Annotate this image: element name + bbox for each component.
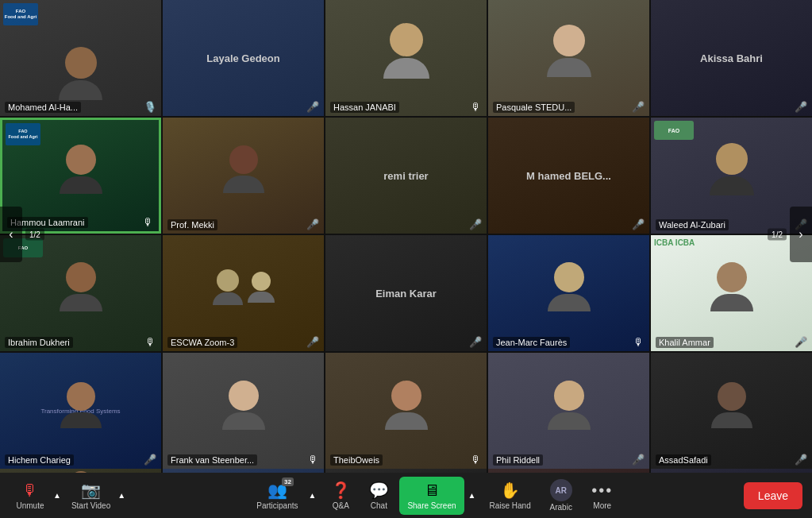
participant-name-4: Pasquale STEDU... (493, 102, 575, 113)
mic-status-15: 🎤 (795, 335, 807, 348)
participants-badge: 32 (282, 477, 294, 486)
share-screen-icon: 🖥 (424, 481, 440, 500)
video-tile-18: TheibOweis 🎙 (325, 353, 487, 469)
chat-btn[interactable]: 💬 Chat (361, 477, 396, 513)
video-tile-20: AssadSafadi 🎤 (651, 353, 812, 469)
participant-name-10: Waleed Al-Zubari (656, 219, 729, 230)
mic-status-14: 🎙 (632, 335, 645, 348)
nav-arrow-right[interactable]: › (790, 207, 812, 262)
mic-status-8: 🎤 (469, 218, 482, 230)
video-tile-3: Hassan JANABI 🎙 (325, 0, 487, 116)
participant-name-14: Jean-Marc Faurès (493, 337, 570, 348)
video-tile-10: FAO Waleed Al-Zubari 🎤 (651, 118, 812, 234)
video-tile-11: FAO Ibrahim Dukheri 🎙 (0, 235, 161, 351)
qa-label: Q&A (333, 501, 349, 510)
mic-status-13: 🎤 (469, 335, 482, 348)
start-video-label: Start Video (71, 501, 110, 510)
video-tile-4: Pasquale STEDU... 🎤 (488, 0, 649, 116)
participant-name-only-9: M hamed BELG... (520, 170, 618, 182)
mic-status-9: 🎤 (632, 218, 645, 230)
video-tile-19: Phil Riddell 🎤 (488, 353, 649, 469)
video-caret[interactable]: ▲ (117, 489, 126, 501)
page-indicator-left: 1/2 (25, 229, 44, 241)
unmute-btn[interactable]: 🎙 Unmute (10, 478, 51, 513)
more-icon: ••• (591, 481, 613, 500)
mic-status-7: 🎤 (306, 218, 319, 230)
mic-status-4: 🎤 (632, 100, 645, 113)
toolbar-center: 👥 32 Participants ▲ ❓ Q&A 💬 Chat 🖥 Share… (250, 476, 619, 515)
share-screen-caret[interactable]: ▲ (468, 489, 477, 501)
chat-label: Chat (371, 501, 387, 510)
participants-caret[interactable]: ▲ (307, 489, 317, 501)
participant-name-12: ESCWA Zoom-3 (167, 337, 237, 348)
more-btn[interactable]: ••• More (585, 478, 620, 513)
participants-icon: 👥 32 (267, 481, 287, 500)
video-tile-8: remi trier 🎤 (325, 118, 487, 234)
page-indicator-right: 1/2 (768, 229, 787, 241)
video-tile-13: Eiman Karar 🎤 (325, 235, 487, 351)
unmute-caret[interactable]: ▲ (52, 489, 62, 501)
participant-name-19: Phil Riddell (493, 454, 543, 466)
video-tile-2: Layale Gedeon 🎤 (163, 0, 324, 116)
video-tile-17: Frank van Steenber... 🎙 (163, 353, 324, 469)
video-tile-7: Prof. Mekki 🎤 (163, 118, 324, 234)
video-tile-15: ICBA ICBA Khalil Ammar 🎤 (651, 235, 812, 351)
participant-name-20: AssadSafadi (656, 454, 711, 466)
mic-status-12: 🎤 (306, 335, 319, 348)
video-tile-5: Akissa Bahri 🎤 (651, 0, 812, 116)
video-tile-9: M hamed BELG... 🎤 (488, 118, 649, 234)
mic-status-1: 🎙️ (144, 100, 156, 113)
unmute-icon: 🎙 (22, 481, 38, 500)
more-label: More (593, 501, 611, 510)
mic-status-6: 🎙 (141, 215, 154, 228)
mic-status-16: 🎤 (144, 453, 156, 466)
participants-label: Participants (256, 501, 298, 510)
mic-status-5: 🎤 (795, 100, 807, 113)
leave-btn[interactable]: Leave (744, 482, 802, 509)
participant-name-3: Hassan JANABI (330, 102, 399, 113)
qa-btn[interactable]: ❓ Q&A (323, 477, 358, 513)
share-screen-btn[interactable]: 🖥 Share Screen (399, 477, 464, 515)
participant-name-15: Khalil Ammar (656, 337, 714, 348)
participant-name-only-5: Akissa Bahri (694, 52, 769, 64)
start-video-btn[interactable]: 📷 Start Video (67, 477, 115, 513)
qa-icon: ❓ (331, 481, 351, 500)
nav-arrow-left[interactable]: ‹ (0, 207, 22, 262)
video-tile-1: FAOFood and Agri Mohamed Al-Ha... 🎙️ (0, 0, 161, 116)
participant-name-only-8: remi trier (377, 170, 434, 182)
arabic-icon: AR (550, 479, 572, 501)
unmute-label: Unmute (16, 501, 44, 510)
participant-name-7: Prof. Mekki (167, 219, 217, 230)
participants-btn[interactable]: 👥 32 Participants (250, 477, 304, 513)
raise-hand-btn[interactable]: ✋ Raise Hand (483, 477, 537, 513)
mic-status-18: 🎙 (469, 453, 482, 466)
toolbar-right: Leave (744, 482, 802, 509)
share-screen-label: Share Screen (407, 501, 456, 510)
participant-name-16: Hichem Charieg (5, 454, 74, 466)
video-tile-14: Jean-Marc Faurès 🎙 (488, 235, 649, 351)
participant-name-11: Ibrahim Dukheri (5, 337, 73, 348)
video-tile-16: Transforming Food Systems Hichem Charieg… (0, 353, 161, 469)
participant-name-18: TheibOweis (330, 454, 383, 466)
participant-name-1: Mohamed Al-Ha... (5, 102, 81, 113)
raise-hand-label: Raise Hand (489, 501, 530, 510)
zoom-container: ‹ 1/2 › 1/2 FAOFood and Agri Mohamed Al-… (0, 0, 812, 518)
video-tile-6: FAOFood and Agri Hammou Laamrani 🎙 (0, 118, 161, 234)
participant-name-only-13: Eiman Karar (369, 288, 443, 300)
toolbar-left: 🎙 Unmute ▲ 📷 Start Video ▲ (10, 477, 126, 513)
video-grid: ‹ 1/2 › 1/2 FAOFood and Agri Mohamed Al-… (0, 0, 812, 469)
camera-icon: 📷 (81, 481, 101, 500)
mic-status-17: 🎙 (306, 453, 319, 466)
chat-icon: 💬 (369, 481, 389, 500)
video-tile-12: ESCWA Zoom-3 🎤 (163, 235, 324, 351)
mic-status-19: 🎤 (632, 453, 645, 466)
mic-status-2: 🎤 (306, 100, 319, 113)
participant-name-17: Frank van Steenber... (167, 454, 257, 466)
raise-hand-icon: ✋ (500, 481, 520, 500)
arabic-btn[interactable]: AR Arabic (541, 476, 582, 515)
mic-status-3: 🎙 (469, 100, 482, 113)
mic-status-20: 🎤 (795, 453, 807, 466)
participant-name-only-2: Layale Gedeon (200, 52, 286, 64)
mic-status-11: 🎙 (144, 335, 156, 348)
toolbar: 🎙 Unmute ▲ 📷 Start Video ▲ (0, 473, 812, 518)
